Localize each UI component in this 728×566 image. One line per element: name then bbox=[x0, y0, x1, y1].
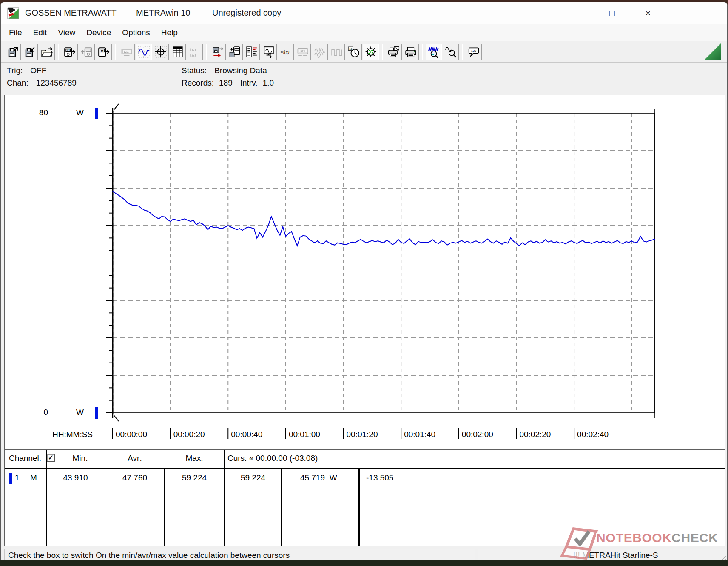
y-axis-min-label: 0 bbox=[31, 408, 48, 417]
pulse-view-button bbox=[329, 44, 345, 60]
chan-label: Chan: bbox=[7, 78, 28, 87]
svg-text:M: M bbox=[101, 49, 103, 52]
curve-compare-button bbox=[312, 44, 328, 60]
file-open-button[interactable] bbox=[39, 44, 55, 60]
xy-chart-view-button[interactable] bbox=[153, 44, 169, 60]
crosshair-icon bbox=[155, 46, 167, 58]
time-setup-button[interactable]: 12 bbox=[346, 44, 362, 60]
title-vendor: GOSSEN METRAWATT bbox=[25, 8, 117, 18]
live-view-button[interactable] bbox=[363, 44, 379, 60]
toolbar-separator bbox=[115, 44, 116, 60]
minimize-button[interactable]: — bbox=[566, 6, 585, 21]
file-export-button[interactable] bbox=[22, 44, 38, 60]
display-321-icon: 321 bbox=[297, 46, 309, 58]
yt-chart-view-button[interactable] bbox=[136, 44, 152, 60]
table-header-divider bbox=[5, 468, 725, 469]
titlebar[interactable]: GOSSEN METRAWATT METRAwin 10 Unregistere… bbox=[1, 2, 727, 24]
print-preview-button[interactable] bbox=[386, 44, 402, 60]
floppy-out-icon bbox=[24, 46, 36, 58]
meter-m-icon: M bbox=[98, 46, 110, 58]
cell-cursor2: 45.719 W bbox=[300, 473, 337, 483]
formula-button[interactable]: =f(x) bbox=[278, 44, 294, 60]
channel-list-icon bbox=[246, 46, 258, 58]
clock-icon: 12 bbox=[348, 46, 360, 58]
info-panel: Trig:OFF Chan:123456789 Status:Browsing … bbox=[1, 63, 727, 95]
table-view-button[interactable] bbox=[170, 44, 186, 60]
annotation-button[interactable]: 123 bbox=[466, 44, 482, 60]
zoom-single-icon bbox=[445, 46, 457, 58]
folder-icon bbox=[41, 46, 53, 58]
cell-avr: 47.760 bbox=[105, 473, 164, 483]
minmax-checkbox[interactable]: ✓ bbox=[47, 454, 55, 462]
x-tick-label: 00:00:20 bbox=[173, 430, 205, 439]
speech-numbers-icon: 123 bbox=[468, 46, 480, 58]
close-button[interactable]: × bbox=[639, 6, 657, 21]
interval-value: 1.0 bbox=[263, 78, 274, 87]
trig-value: OFF bbox=[30, 66, 46, 75]
menu-item-device[interactable]: Device bbox=[81, 26, 117, 39]
toolbar: 321M1257=f(x)32112123 bbox=[1, 41, 727, 63]
col-header-cursor: Curs: « 00:00:00 (-03:08) bbox=[228, 454, 318, 463]
zoom-waveform-button[interactable] bbox=[426, 44, 442, 60]
watermark-notebook: NOTEBOOK bbox=[596, 531, 671, 545]
x-tick-label: 00:02:40 bbox=[577, 430, 609, 439]
toolbar-separator bbox=[422, 44, 423, 60]
records-status: Records:189Intrv.1.0 bbox=[182, 78, 274, 88]
menu-item-options[interactable]: Options bbox=[117, 26, 155, 39]
toolbar-separator bbox=[382, 44, 383, 60]
meter-left-icon bbox=[81, 46, 93, 58]
menu-item-edit[interactable]: Edit bbox=[28, 26, 53, 39]
x-tick-label: 00:01:00 bbox=[289, 430, 320, 439]
display-monitor-button[interactable] bbox=[261, 44, 277, 60]
toolbar-separator bbox=[58, 44, 59, 60]
power-time-chart[interactable] bbox=[5, 95, 725, 449]
cell-min: 43.910 bbox=[46, 473, 105, 483]
data-transfer-button[interactable] bbox=[210, 44, 226, 60]
device-disk-icon bbox=[229, 46, 241, 58]
table-grid-line bbox=[281, 468, 282, 546]
monitor-icon bbox=[263, 46, 275, 58]
menu-item-file[interactable]: File bbox=[3, 26, 28, 39]
memory-read-button[interactable]: M bbox=[96, 44, 112, 60]
gossen-metrawatt-logo-icon bbox=[7, 7, 20, 20]
channel-scale-marker-bottom bbox=[95, 407, 98, 419]
maximize-button[interactable]: □ bbox=[603, 6, 621, 21]
records-label: Records: bbox=[182, 78, 214, 87]
svg-text:=f(x): =f(x) bbox=[280, 50, 290, 55]
resize-corner-indicator bbox=[704, 43, 721, 60]
x-axis-format-label: HH:MM:SS bbox=[52, 430, 93, 439]
zoom-out-button[interactable] bbox=[443, 44, 459, 60]
grid-icon bbox=[172, 46, 184, 58]
display-1257-icon: 1257 bbox=[121, 46, 133, 58]
device-write-button bbox=[79, 44, 95, 60]
y-axis-unit-top: W bbox=[76, 108, 84, 117]
bars-icon bbox=[189, 46, 201, 58]
device-store-button[interactable] bbox=[227, 44, 243, 60]
svg-text:1257: 1257 bbox=[124, 50, 130, 53]
floppy-in-icon bbox=[7, 46, 19, 58]
print-button[interactable] bbox=[403, 44, 419, 60]
notebookcheck-watermark: NOTEBOOKCHECK bbox=[560, 525, 726, 562]
svg-text:321: 321 bbox=[300, 49, 305, 52]
fx-icon: =f(x) bbox=[280, 46, 292, 58]
cell-delta: -13.505 bbox=[366, 473, 393, 483]
menubar: FileEditViewDeviceOptionsHelp bbox=[1, 24, 727, 41]
double-sine-icon bbox=[314, 46, 326, 58]
x-tick-label: 00:01:40 bbox=[404, 430, 435, 439]
y-axis-unit-bottom: W bbox=[76, 408, 84, 417]
chart-panel[interactable]: 80 W 0 W HH:MM:SS 00:00:0000:00:2000:00:… bbox=[4, 95, 725, 449]
acquisition-status: Status:Browsing Data bbox=[182, 66, 267, 75]
device-read-button[interactable]: 321 bbox=[62, 44, 78, 60]
menu-item-view[interactable]: View bbox=[52, 26, 81, 39]
x-tick-label: 00:02:20 bbox=[519, 430, 551, 439]
svg-text:123: 123 bbox=[471, 49, 477, 52]
menu-item-help[interactable]: Help bbox=[156, 26, 183, 39]
cell-cursor2-unit: W bbox=[330, 473, 337, 482]
numeric-view-button: 321 bbox=[295, 44, 311, 60]
file-import-button[interactable] bbox=[5, 44, 21, 60]
watermark-check: CHECK bbox=[671, 531, 718, 545]
cell-channel-mode: M bbox=[30, 473, 37, 483]
channel-config-button[interactable] bbox=[244, 44, 260, 60]
records-value: 189 bbox=[219, 78, 233, 87]
printer-page-icon bbox=[388, 46, 400, 58]
